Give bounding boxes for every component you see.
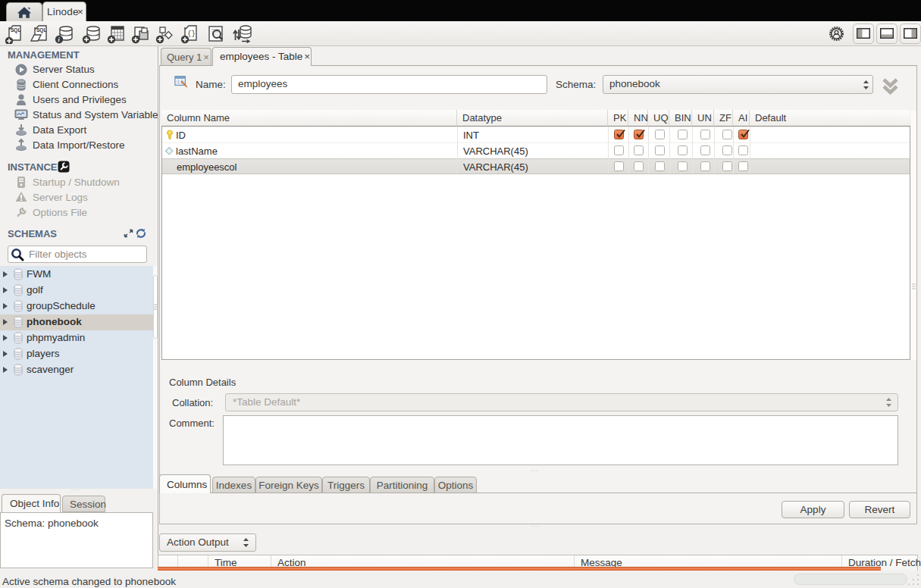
svg-text:SQL: SQL — [11, 27, 20, 33]
svg-text:{}: {} — [187, 30, 196, 38]
svg-text:SQL: SQL — [36, 27, 46, 33]
